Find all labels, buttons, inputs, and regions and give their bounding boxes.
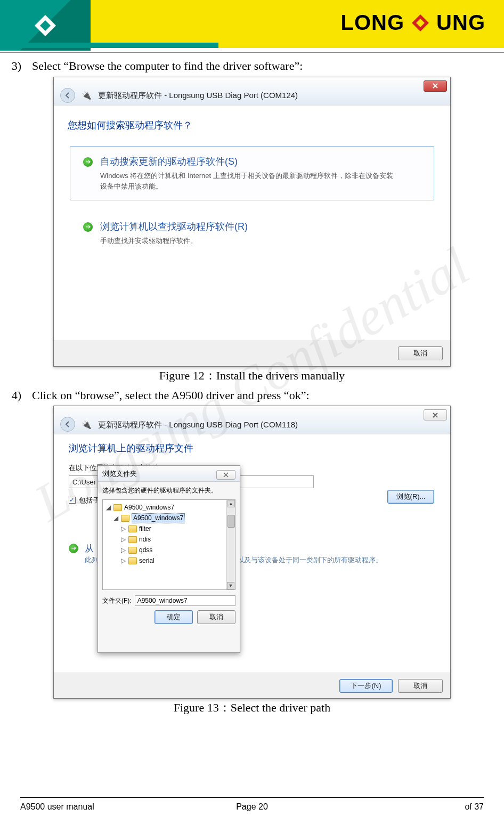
update-driver-dialog-2: 🔌 更新驱动程序软件 - Longsung USB Diag Port (COM… bbox=[53, 406, 451, 699]
figure-13-caption: Figure 13：Select the driver path bbox=[5, 700, 499, 716]
browse-folder-dialog: 浏览文件夹 选择包含您的硬件的驱动程序的文件夹。 ◢A9500_windows7… bbox=[97, 465, 240, 653]
folder-tree[interactable]: ◢A9500_windows7 ◢A9500_windows7 ▷filter … bbox=[102, 499, 235, 590]
arrow-right-icon: ➔ bbox=[83, 222, 93, 232]
back-arrow-icon bbox=[64, 92, 71, 99]
s-logo-icon bbox=[32, 12, 59, 39]
dialog1-footer: 取消 bbox=[54, 341, 450, 366]
folder-icon bbox=[128, 525, 137, 532]
option-browse-desc: 手动查找并安装驱动程序软件。 bbox=[100, 236, 248, 246]
device-icon: 🔌 bbox=[82, 419, 92, 430]
option-auto-title: 自动搜索更新的驱动程序软件(S) bbox=[100, 155, 399, 168]
dialog1-close-button[interactable] bbox=[424, 80, 447, 92]
dialog2-title: 更新驱动程序软件 - Longsung USB Diag Port (COM11… bbox=[98, 419, 298, 430]
step-4: 4) Click on “browse”, select the A9500 d… bbox=[5, 387, 499, 404]
scroll-down-icon[interactable]: ▼ bbox=[227, 582, 234, 589]
tree-item-selected[interactable]: A9500_windows7 bbox=[132, 513, 185, 523]
footer-page-total: of 37 bbox=[329, 802, 484, 812]
step-4-text: Click on “browse”, select the A9500 driv… bbox=[32, 387, 310, 404]
dialog2-body: 浏览计算机上的驱动程序文件 在以下位置搜索驱动程序软件: 浏览(R)... 包括… bbox=[54, 434, 450, 673]
dialog2-close-button[interactable] bbox=[424, 409, 447, 420]
page-footer: A9500 user manual Page 20 of 37 bbox=[0, 797, 504, 812]
page-header: LONG UNG bbox=[0, 0, 504, 48]
folder-icon bbox=[121, 515, 129, 522]
browse-button[interactable]: 浏览(R)... bbox=[387, 490, 434, 504]
browse-folder-close-button[interactable] bbox=[216, 470, 235, 480]
folder-icon bbox=[128, 536, 137, 543]
arrow-right-icon: ➔ bbox=[83, 157, 93, 167]
tree-item[interactable]: A9500_windows7 bbox=[124, 503, 174, 512]
dialog2-cancel-button[interactable]: 取消 bbox=[398, 679, 443, 693]
browse-folder-instruction: 选择包含您的硬件的驱动程序的文件夹。 bbox=[102, 486, 235, 495]
device-icon: 🔌 bbox=[82, 90, 92, 101]
close-icon bbox=[432, 83, 438, 89]
header-accent-bar bbox=[0, 43, 218, 48]
step-3-text: Select “Browse the computer to find the … bbox=[32, 58, 303, 75]
footer-page-number: Page 20 bbox=[175, 802, 329, 812]
checkbox-icon bbox=[69, 497, 76, 504]
option-browse-computer[interactable]: ➔ 浏览计算机以查找驱动程序软件(R) 手动查找并安装驱动程序软件。 bbox=[70, 211, 434, 255]
scroll-thumb[interactable] bbox=[227, 515, 235, 528]
arrow-right-icon: ➔ bbox=[69, 544, 78, 553]
folder-field-label: 文件夹(F): bbox=[102, 596, 132, 605]
brand-text-left: LONG bbox=[341, 11, 405, 35]
back-button[interactable] bbox=[60, 417, 75, 432]
browse-folder-cancel-button[interactable]: 取消 bbox=[197, 610, 235, 624]
dialog1-question: 您想如何搜索驱动程序软件？ bbox=[68, 119, 434, 132]
dialog1-titlebar: 🔌 更新驱动程序软件 - Longsung USB Diag Port (COM… bbox=[54, 77, 450, 105]
tree-item[interactable]: ndis bbox=[139, 535, 151, 544]
close-icon bbox=[223, 472, 229, 478]
dialog1-cancel-button[interactable]: 取消 bbox=[398, 346, 443, 360]
folder-name-input[interactable] bbox=[135, 595, 235, 606]
option-auto-search[interactable]: ➔ 自动搜索更新的驱动程序软件(S) Windows 将在您的计算机和 Inte… bbox=[70, 146, 434, 200]
s-logo-icon bbox=[410, 12, 431, 34]
back-arrow-icon bbox=[64, 421, 71, 427]
assoc-prefix: 从 bbox=[85, 544, 94, 554]
option-auto-desc: Windows 将在您的计算机和 Internet 上查找用于相关设备的最新驱动… bbox=[100, 171, 399, 191]
browse-folder-ok-button[interactable]: 确定 bbox=[155, 610, 193, 624]
update-driver-dialog-1: 🔌 更新驱动程序软件 - Longsung USB Diag Port (COM… bbox=[53, 77, 451, 367]
footer-doc-title: A9500 user manual bbox=[20, 802, 175, 812]
tree-item[interactable]: qdss bbox=[139, 546, 152, 555]
dialog1-body: 您想如何搜索驱动程序软件？ ➔ 自动搜索更新的驱动程序软件(S) Windows… bbox=[54, 105, 450, 341]
tree-item[interactable]: filter bbox=[139, 524, 151, 533]
folder-icon bbox=[113, 504, 122, 511]
tree-item[interactable]: serial bbox=[139, 556, 155, 565]
step-3-number: 3) bbox=[5, 58, 21, 75]
brand-text-right: UNG bbox=[436, 11, 485, 35]
folder-icon bbox=[128, 547, 137, 554]
dialog1-title: 更新驱动程序软件 - Longsung USB Diag Port (COM12… bbox=[98, 90, 298, 101]
figure-12-caption: Figure 12：Install the drivers manually bbox=[5, 368, 499, 384]
option-browse-title: 浏览计算机以查找驱动程序软件(R) bbox=[100, 220, 248, 233]
dialog2-section-title: 浏览计算机上的驱动程序文件 bbox=[69, 442, 435, 455]
step-3: 3) Select “Browse the computer to find t… bbox=[5, 58, 499, 75]
dialog2-next-button[interactable]: 下一步(N) bbox=[339, 679, 393, 693]
dialog2-footer: 下一步(N) 取消 bbox=[54, 673, 450, 698]
dialog2-titlebar: 🔌 更新驱动程序软件 - Longsung USB Diag Port (COM… bbox=[54, 406, 450, 434]
close-icon bbox=[432, 412, 438, 418]
tree-scrollbar[interactable]: ▲ ▼ bbox=[226, 500, 235, 589]
folder-icon bbox=[128, 557, 137, 564]
scroll-up-icon[interactable]: ▲ bbox=[227, 500, 235, 507]
footer-divider bbox=[20, 797, 484, 798]
step-4-number: 4) bbox=[5, 387, 21, 404]
back-button[interactable] bbox=[60, 88, 75, 103]
brand-wordmark: LONG UNG bbox=[341, 11, 485, 35]
